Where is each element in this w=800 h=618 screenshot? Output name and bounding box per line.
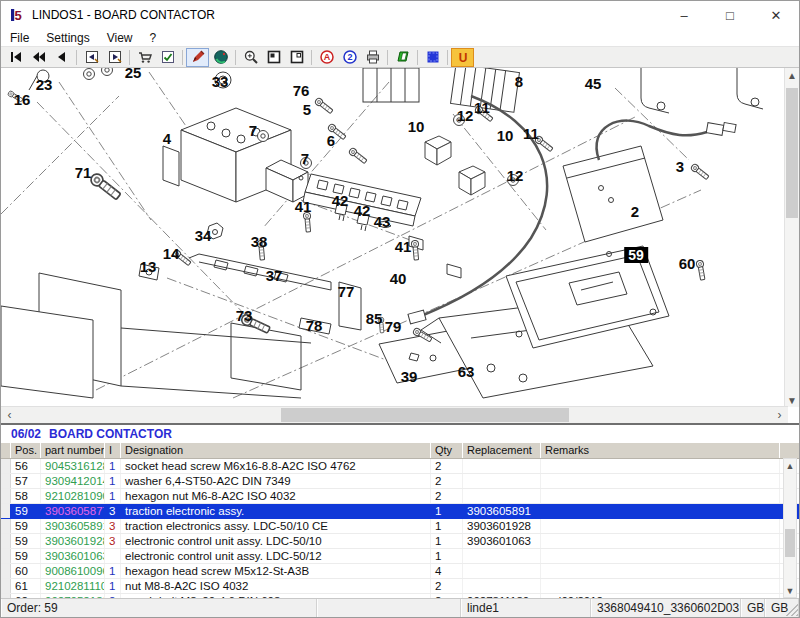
header-gutter[interactable] xyxy=(1,443,11,458)
part-label-42[interactable]: 42 xyxy=(332,192,349,209)
close-button[interactable]: ✕ xyxy=(753,1,799,29)
part-label-6[interactable]: 6 xyxy=(327,132,335,149)
scroll-down-icon[interactable]: ▼ xyxy=(784,584,796,597)
shopping-cart-icon[interactable] xyxy=(133,48,156,67)
part-label-11[interactable]: 11 xyxy=(474,99,490,116)
part-label-79[interactable]: 79 xyxy=(385,318,402,335)
order-check-icon[interactable] xyxy=(156,48,179,67)
column-header-pos[interactable]: Pos. xyxy=(11,443,41,458)
exploded-diagram[interactable]: 1623253376577647184510121110111232414242… xyxy=(1,68,799,423)
part-label-43[interactable]: 43 xyxy=(374,213,391,230)
table-row-pos-57[interactable]: 5793094120141washer 6,4-ST50-A2C DIN 734… xyxy=(1,474,799,489)
part-label-60[interactable]: 60 xyxy=(679,255,696,272)
part-label-16[interactable]: 16 xyxy=(14,91,31,108)
scrollbar-thumb[interactable] xyxy=(281,408,569,422)
part-label-10[interactable]: 10 xyxy=(497,127,514,144)
part-label-33[interactable]: 33 xyxy=(212,73,229,90)
part-label-63[interactable]: 63 xyxy=(458,363,475,380)
menu-[interactable]: ? xyxy=(150,31,157,45)
part-label-7[interactable]: 7 xyxy=(301,150,309,167)
part-label-4[interactable]: 4 xyxy=(163,130,171,147)
part-label-25[interactable]: 25 xyxy=(125,68,142,81)
part-label-39[interactable]: 39 xyxy=(401,368,418,385)
print-icon[interactable] xyxy=(361,48,384,67)
table-column-headers[interactable]: Pos.part numberIDesignationQtyReplacemen… xyxy=(1,443,799,459)
table-row-pos-58[interactable]: 5892102810901hexagon nut M6-8-A2C ISO 40… xyxy=(1,489,799,504)
part-label-12[interactable]: 12 xyxy=(457,107,474,124)
part-label-8[interactable]: 8 xyxy=(515,73,523,90)
scroll-up-icon[interactable]: ▲ xyxy=(785,68,799,82)
column-header-i[interactable]: I xyxy=(105,443,121,458)
part-label-13[interactable]: 13 xyxy=(140,258,157,275)
part-label-45[interactable]: 45 xyxy=(585,75,602,92)
menu-settings[interactable]: Settings xyxy=(46,31,89,45)
part-label-41[interactable]: 41 xyxy=(295,198,312,215)
column-header-partnumber[interactable]: part number xyxy=(41,443,105,458)
scrollbar-thumb[interactable] xyxy=(785,529,795,557)
column-header-remarks[interactable]: Remarks xyxy=(541,443,780,458)
part-label-85[interactable]: 85 xyxy=(366,310,383,327)
column-header-designation[interactable]: Designation xyxy=(121,443,431,458)
previous-fast-icon[interactable] xyxy=(27,48,50,67)
part-label-71[interactable]: 71 xyxy=(75,164,92,181)
part-label-40[interactable]: 40 xyxy=(390,270,407,287)
cell: 3 xyxy=(105,519,121,533)
part-label-73[interactable]: 73 xyxy=(236,307,253,324)
grid-icon[interactable] xyxy=(421,48,444,67)
menu-file[interactable]: File xyxy=(10,31,29,45)
part-label-2[interactable]: 2 xyxy=(631,203,639,220)
part-label-38[interactable]: 38 xyxy=(251,233,268,250)
catalog-notes-icon[interactable] xyxy=(391,48,414,67)
scroll-down-icon[interactable]: ▼ xyxy=(785,393,799,407)
table-vertical-scrollbar[interactable]: ▲ ▼ xyxy=(783,458,797,598)
table-row-pos-59[interactable]: 5939036058773traction electronic assy.13… xyxy=(1,504,799,519)
part-label-12[interactable]: 12 xyxy=(507,167,524,184)
globe-icon[interactable] xyxy=(209,48,232,67)
table-row-pos-60[interactable]: 6090086100961hexagon head screw M5x12-St… xyxy=(1,564,799,579)
picture-forward-icon[interactable] xyxy=(103,48,126,67)
column-header-qty[interactable]: Qty xyxy=(431,443,463,458)
hotspot-2-icon[interactable]: 2 xyxy=(338,48,361,67)
part-label-37[interactable]: 37 xyxy=(266,267,283,284)
part-label-7[interactable]: 7 xyxy=(249,122,257,139)
first-record-icon[interactable] xyxy=(4,48,27,67)
column-header-replacement[interactable]: Replacement xyxy=(463,443,541,458)
part-label-10[interactable]: 10 xyxy=(408,118,425,135)
table-row-pos-59[interactable]: 593903601063electronic control unit assy… xyxy=(1,549,799,564)
marker-pen-icon[interactable] xyxy=(186,48,209,67)
part-label-42[interactable]: 42 xyxy=(354,202,371,219)
menu-view[interactable]: View xyxy=(107,31,133,45)
usage-u-icon[interactable]: U xyxy=(451,48,474,67)
previous-icon[interactable] xyxy=(50,48,73,67)
table-row-pos-59[interactable]: 5939036058913traction electronics assy. … xyxy=(1,519,799,534)
part-label-5[interactable]: 5 xyxy=(303,101,311,118)
table-row-pos-59[interactable]: 5939036019283electronic control unit ass… xyxy=(1,534,799,549)
scroll-right-icon[interactable]: › xyxy=(771,407,788,423)
zoom-in-icon[interactable] xyxy=(239,48,262,67)
picture-full-icon[interactable] xyxy=(262,48,285,67)
part-label-76[interactable]: 76 xyxy=(293,82,310,99)
maximize-button[interactable]: □ xyxy=(707,1,753,29)
part-label-3[interactable]: 3 xyxy=(676,158,684,175)
diagram-horizontal-scrollbar[interactable]: ‹ › xyxy=(1,406,788,423)
table-row-pos-61[interactable]: 6192102811101nut M8-8-A2C ISO 40322 xyxy=(1,579,799,594)
part-label-78[interactable]: 78 xyxy=(306,317,323,334)
table-row-pos-56[interactable]: 5690453161281socket head screw M6x16-8.8… xyxy=(1,459,799,474)
picture-partial-icon[interactable] xyxy=(285,48,308,67)
picture-back-icon[interactable] xyxy=(80,48,103,67)
hotspot-a-icon[interactable]: A xyxy=(315,48,338,67)
scrollbar-thumb[interactable] xyxy=(786,88,798,218)
resize-grip[interactable] xyxy=(786,604,798,616)
part-label-41[interactable]: 41 xyxy=(395,238,412,255)
scroll-up-icon[interactable]: ▲ xyxy=(784,459,796,472)
part-label-23[interactable]: 23 xyxy=(36,76,53,93)
part-label-11[interactable]: 11 xyxy=(523,125,539,142)
part-label-59[interactable]: 59 xyxy=(624,247,648,263)
diagram-vertical-scrollbar[interactable]: ▲ ▼ xyxy=(784,68,799,407)
status-order: Order: 59 xyxy=(1,599,317,617)
part-label-14[interactable]: 14 xyxy=(163,245,180,262)
minimize-button[interactable]: – xyxy=(661,1,707,29)
scroll-left-icon[interactable]: ‹ xyxy=(1,407,18,423)
part-label-34[interactable]: 34 xyxy=(195,227,212,244)
part-label-77[interactable]: 77 xyxy=(338,283,355,300)
